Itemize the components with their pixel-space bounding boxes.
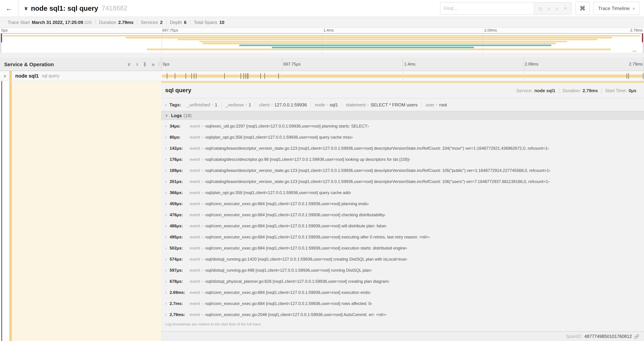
log-event-tick: [245, 73, 246, 79]
timeline-tick-label: 2.79ms: [630, 28, 642, 32]
info-value: 2.79ms: [118, 20, 134, 25]
log-field-key: event: [190, 201, 200, 206]
chevron-right-icon: ›: [165, 146, 166, 151]
trace-info-item: Depth 6: [166, 20, 190, 25]
span-row[interactable]: ∨ node sql1 sql query: [0, 71, 644, 81]
trace-info-item: Duration 2.79ms: [96, 20, 137, 25]
trace-timeline-page: ← ∨ node sql1: sql query 7418682 ◎ ∧ ∨ ✕…: [0, 0, 644, 341]
trace-view-selector[interactable]: Trace Timeline ∨: [593, 2, 640, 15]
log-field-value: ‹sql/plan_opt.go:358 [nsql1,client=127.0…: [205, 135, 353, 140]
minimap-span: [126, 37, 612, 38]
locate-icon[interactable]: ◎: [538, 6, 542, 11]
log-field-value: ‹sql/plan_opt.go:358 [nsql1,client=127.0…: [205, 190, 351, 195]
chevron-down-icon[interactable]: ∨: [127, 62, 131, 67]
log-row[interactable]: › 142μs: event = ‹sql/catalog/lease/desc…: [161, 143, 644, 154]
log-event-tick: [247, 73, 247, 79]
chevron-right-icon: ›: [165, 246, 166, 250]
log-field-value: ‹sql/conn_executor_exec.go:684 [nsql1,cl…: [205, 201, 368, 206]
log-row[interactable]: › 574μs: event = ‹sql/distsql_running.go…: [161, 254, 644, 265]
log-row[interactable]: › 176μs: event = ‹sql/catalog/descs/desc…: [161, 154, 644, 165]
trace-collapse-chevron-icon[interactable]: ∨: [24, 5, 28, 12]
log-row[interactable]: › 597μs: event = ‹sql/distsql_running.go…: [161, 265, 644, 276]
timeline-gridline: [523, 71, 524, 81]
log-row[interactable]: › 2.69ms: event = ‹sql/conn_executor_exe…: [161, 287, 644, 298]
log-field-key: event: [190, 135, 200, 140]
log-row[interactable]: › 80μs: event = ‹sql/plan_opt.go:358 [ns…: [161, 132, 644, 143]
log-event-tick: [244, 73, 244, 79]
minimap-span: [272, 47, 474, 48]
log-row[interactable]: › 34μs: event = ‹sql/exec_util.go:2297 […: [161, 121, 644, 132]
tag-item: statement = SELECT * FROM users: [342, 102, 421, 107]
log-row[interactable]: › 476μs: event = ‹sql/conn_executor_exec…: [161, 209, 644, 220]
column-resize-handle[interactable]: ||: [158, 62, 160, 66]
log-row[interactable]: › 201μs: event = ‹sql/catalog/lease/desc…: [161, 176, 644, 187]
log-row[interactable]: › 502μs: event = ‹sql/conn_executor_exec…: [161, 243, 644, 254]
find-input[interactable]: [440, 3, 534, 14]
log-field-key: event: [190, 268, 200, 273]
log-row[interactable]: › 2.79ms: event = ‹sql/conn_executor_exe…: [161, 309, 644, 320]
log-row[interactable]: › 495μs: event = ‹sql/conn_executor_exec…: [161, 231, 644, 243]
info-suffix: .326: [83, 20, 92, 25]
minimap-canvas[interactable]: [1, 33, 643, 53]
log-field-key: event: [190, 290, 200, 295]
chevron-right-icon: ›: [165, 235, 166, 239]
log-event-tick: [627, 73, 627, 79]
log-event-tick: [175, 73, 175, 79]
log-event-tick: [186, 73, 186, 79]
logs-section-header[interactable]: ∨ Logs (18): [161, 111, 644, 120]
log-field-value: ‹sql/conn_executor_exec.go:684 [nsql1,cl…: [205, 246, 407, 250]
log-row[interactable]: › 459μs: event = ‹sql/conn_executor_exec…: [161, 198, 644, 209]
chevron-right-icon[interactable]: ›: [136, 61, 138, 67]
log-event-tick: [196, 73, 196, 79]
log-row[interactable]: › 366μs: event = ‹sql/plan_opt.go:358 [n…: [161, 187, 644, 198]
log-event-tick: [194, 73, 194, 79]
trace-info-item: Total Spans 10: [190, 20, 228, 25]
timeline-header-row: Service & Operation ∨ › ∨∨ » || 0μs697.7…: [0, 58, 644, 71]
log-timestamp: 495μs:: [170, 235, 186, 239]
back-button[interactable]: ←: [0, 0, 18, 17]
log-row[interactable]: › 678μs: event = ‹sql/distsql_physical_p…: [161, 276, 644, 287]
timeline-gridline: [402, 71, 403, 81]
find-prev-icon[interactable]: ∧: [547, 6, 550, 11]
span-bar-area[interactable]: [161, 71, 644, 81]
timeline-gridline: [282, 58, 282, 71]
span-service-name: node sql1: [15, 73, 38, 79]
log-field-value: ‹sql/exec_util.go:2297 [nsql1,client=127…: [205, 124, 368, 129]
log-timestamp: 201μs:: [170, 179, 186, 184]
find-next-icon[interactable]: ∨: [555, 6, 559, 11]
minimap-right-scrubber-handle[interactable]: [642, 34, 643, 42]
log-field-value: ‹sql/distsql_physical_planner.go:828 [ns…: [205, 279, 389, 284]
detail-meta: Service: node sql1 Duration: 2.79ms Star…: [513, 88, 640, 93]
double-chevron-down-icon[interactable]: ∨∨: [143, 62, 146, 66]
log-timestamp: 459μs:: [170, 201, 186, 206]
chevron-down-icon: ∨: [632, 7, 635, 10]
double-chevron-right-icon[interactable]: »: [152, 61, 155, 67]
command-icon: ⌘: [580, 5, 586, 12]
keyboard-shortcuts-button[interactable]: ⌘: [575, 2, 590, 15]
info-value: March 31 2022, 17:25:09: [32, 20, 83, 25]
chevron-right-icon[interactable]: ›: [165, 102, 167, 107]
log-row[interactable]: › 189μs: event = ‹sql/catalog/lease/desc…: [161, 165, 644, 176]
log-field-key: event: [190, 212, 200, 217]
chevron-down-icon: ∨: [165, 113, 168, 118]
log-event-tick: [643, 73, 643, 79]
minimap-tick-labels: 0μs697.75μs1.4ms2.09ms2.79ms: [0, 28, 644, 33]
tags-row[interactable]: › Tags: _unfinished = 1 _verbose = 1: [161, 100, 644, 110]
top-bar: ← ∨ node sql1: sql query 7418682 ◎ ∧ ∨ ✕…: [0, 0, 644, 17]
log-timestamp: 189μs:: [170, 168, 186, 173]
info-value: 10: [219, 20, 224, 25]
info-label: Services: [141, 20, 158, 25]
log-field-key: event: [190, 301, 200, 306]
info-label: Total Spans: [194, 20, 217, 25]
span-detail-panel: sql query Service: node sql1 Duration: 2…: [161, 81, 644, 332]
service-operation-title: Service & Operation: [4, 61, 54, 67]
link-icon[interactable]: [634, 334, 639, 339]
chevron-right-icon: ›: [165, 135, 166, 140]
log-row[interactable]: › 486μs: event = ‹sql/conn_executor_exec…: [161, 220, 644, 231]
chevron-down-icon[interactable]: ∨: [4, 74, 8, 78]
detail-left-edge-line: [2, 81, 2, 341]
log-row[interactable]: › 2.7ms: event = ‹sql/conn_executor_exec…: [161, 298, 644, 309]
info-label: Depth: [170, 20, 182, 25]
minimap-left-scrubber-handle[interactable]: [1, 34, 2, 42]
find-clear-icon[interactable]: ✕: [564, 6, 567, 11]
